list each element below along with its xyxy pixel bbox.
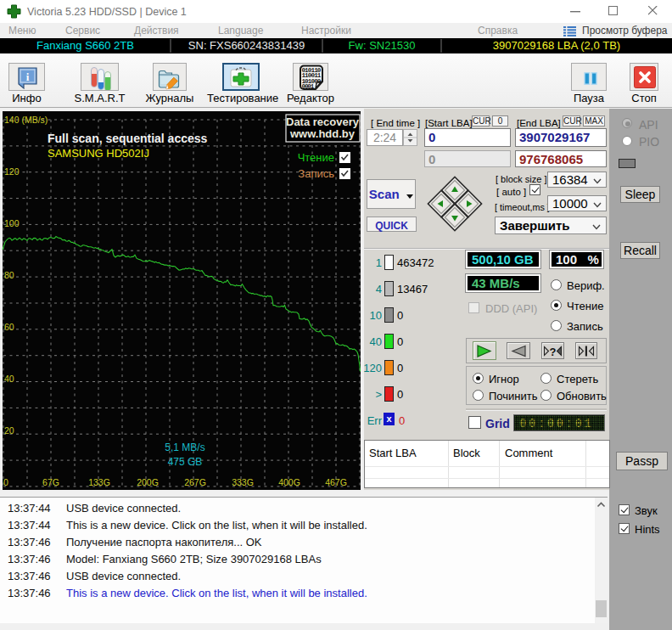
- svg-text:SAMSUNG HD502IJ: SAMSUNG HD502IJ: [48, 147, 149, 160]
- svg-text:67G: 67G: [42, 477, 59, 487]
- svg-text:0: 0: [3, 477, 8, 487]
- svg-text:200G: 200G: [137, 477, 159, 487]
- svg-text:i: i: [26, 70, 30, 83]
- svg-text:467G: 467G: [325, 477, 347, 487]
- svg-text:400G: 400G: [278, 477, 300, 487]
- svg-text:133G: 133G: [88, 477, 110, 487]
- svg-text:Data recovery: Data recovery: [286, 115, 360, 128]
- svg-text:Чтение: Чтение: [298, 151, 334, 164]
- svg-text:www.hdd.by: www.hdd.by: [289, 127, 356, 140]
- svg-text:40: 40: [4, 374, 14, 384]
- svg-text:333G: 333G: [232, 477, 254, 487]
- svg-text:120: 120: [4, 166, 20, 177]
- svg-text:80: 80: [4, 270, 14, 280]
- svg-text:5,1 MB/s: 5,1 MB/s: [165, 442, 204, 453]
- svg-text:?: ?: [550, 346, 557, 358]
- svg-text:140 (MB/s): 140 (MB/s): [4, 115, 48, 125]
- svg-text:0001: 0001: [301, 83, 314, 90]
- svg-text:100: 100: [4, 218, 20, 228]
- svg-text:60: 60: [4, 322, 14, 332]
- svg-text:Запись: Запись: [298, 167, 334, 180]
- svg-text:Full scan, sequential access: Full scan, sequential access: [48, 132, 208, 145]
- svg-text:475 GB: 475 GB: [168, 456, 203, 468]
- svg-text:20: 20: [4, 425, 14, 436]
- svg-text:267G: 267G: [184, 477, 206, 487]
